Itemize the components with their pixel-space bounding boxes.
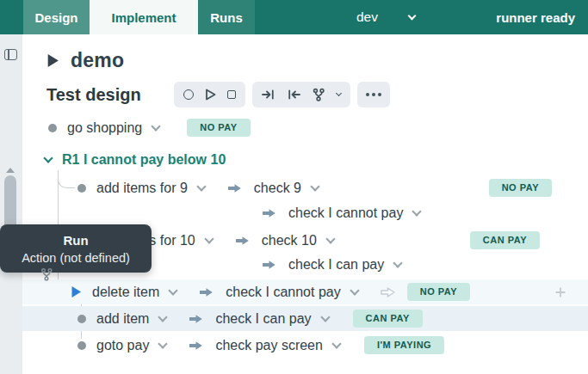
main-tabs: Design Implement Runs — [23, 0, 255, 34]
arrow-right-icon — [227, 183, 242, 193]
chevron-down-icon[interactable] — [169, 285, 178, 295]
action-label[interactable]: add item — [96, 311, 149, 327]
check-label[interactable]: check I can pay — [288, 257, 384, 273]
run-controls — [174, 82, 245, 107]
section-title: Test design — [46, 85, 141, 105]
chevron-down-icon[interactable] — [331, 339, 341, 348]
env-label: dev — [356, 9, 378, 25]
action-label[interactable]: goto pay — [96, 338, 149, 353]
step-row-delete-item[interactable]: delete item check I cannot pay NO PAY — [22, 279, 588, 304]
arrow-right-icon — [199, 287, 214, 297]
action-label[interactable]: delete item — [92, 285, 159, 300]
add-step-icon[interactable] — [555, 287, 566, 297]
status-badge[interactable]: CAN PAY — [470, 231, 540, 249]
check-label[interactable]: check 9 — [254, 181, 301, 196]
action-label[interactable]: go shopping — [67, 120, 142, 136]
left-sidebar — [0, 34, 22, 374]
run-tooltip: Run Action (not defined) — [0, 224, 152, 273]
step-row-go-shopping[interactable]: go shopping NO PAY — [22, 115, 588, 140]
record-circle-icon[interactable] — [183, 89, 194, 100]
step-bullet-icon — [77, 184, 86, 193]
play-icon[interactable] — [46, 53, 59, 68]
status-badge[interactable]: NO PAY — [187, 119, 250, 137]
step-controls — [252, 82, 350, 107]
play-icon[interactable] — [205, 89, 216, 101]
check-label[interactable]: check I can pay — [215, 311, 311, 327]
arrow-right-icon — [189, 340, 203, 351]
check-label[interactable]: check pay screen — [215, 338, 323, 353]
tooltip-title: Run — [63, 233, 88, 248]
group-row-r1[interactable]: R1 I cannot pay below 10 — [22, 147, 588, 172]
chevron-down-icon[interactable] — [204, 234, 214, 243]
step-bullet-icon — [48, 124, 57, 132]
more-menu-button[interactable] — [357, 82, 390, 107]
status-badge[interactable]: CAN PAY — [353, 310, 423, 328]
run-play-icon[interactable] — [71, 285, 82, 298]
arrow-right-icon — [189, 314, 203, 324]
topbar: Design Implement Runs dev runner ready — [0, 0, 588, 34]
step-to-end-icon[interactable] — [262, 89, 275, 101]
branch-icon — [40, 267, 53, 281]
demo-header: demo — [46, 46, 124, 74]
chevron-down-icon[interactable] — [350, 285, 359, 295]
step-to-start-icon[interactable] — [287, 89, 300, 101]
chevron-down-icon[interactable] — [325, 234, 335, 243]
check-label[interactable]: check 10 — [262, 233, 317, 248]
panel-toggle-icon[interactable] — [4, 49, 17, 60]
chevron-down-icon[interactable] — [310, 181, 319, 191]
status-badge[interactable]: I'M PAYING — [364, 336, 444, 354]
env-selector[interactable]: dev — [356, 0, 415, 34]
arrow-right-icon — [262, 260, 276, 270]
design-toolbar: Test design — [46, 80, 390, 109]
arrow-right-outline-icon — [381, 287, 395, 297]
arrow-right-icon — [262, 208, 276, 218]
chevron-down-icon[interactable] — [158, 339, 168, 348]
branch-icon[interactable] — [312, 88, 325, 101]
check-row[interactable]: check I cannot pay — [22, 200, 588, 225]
chevron-down-icon[interactable] — [393, 258, 403, 267]
step-bullet-icon — [77, 341, 86, 350]
check-label[interactable]: check I cannot pay — [226, 285, 340, 300]
page-title: demo — [71, 49, 124, 72]
tab-implement[interactable]: Implement — [90, 0, 198, 34]
runner-status: runner ready — [496, 0, 575, 34]
arrow-right-icon — [235, 236, 250, 246]
tab-design[interactable]: Design — [23, 0, 90, 34]
chevron-down-icon — [408, 11, 417, 20]
step-row-goto-pay[interactable]: goto pay check pay screen I'M PAYING — [22, 333, 588, 358]
check-label[interactable]: check I cannot pay — [288, 205, 403, 221]
tooltip-subtitle: Action (not defined) — [22, 251, 130, 265]
chevron-down-icon[interactable] — [158, 312, 168, 322]
chevron-down-icon[interactable] — [336, 89, 342, 95]
step-bullet-icon — [77, 315, 86, 323]
group-label[interactable]: R1 I cannot pay below 10 — [62, 152, 226, 168]
step-row-add-items-for-9[interactable]: add items for 9 check 9 NO PAY — [22, 175, 588, 200]
app-window: Design Implement Runs dev runner ready d… — [0, 0, 588, 374]
scroll-up-icon[interactable] — [6, 168, 15, 173]
chevron-down-icon[interactable] — [412, 206, 422, 216]
status-badge[interactable]: NO PAY — [489, 179, 552, 197]
chevron-down-icon[interactable] — [43, 153, 53, 162]
chevron-down-icon[interactable] — [152, 121, 161, 131]
tab-runs[interactable]: Runs — [198, 0, 255, 34]
ellipsis-icon — [366, 93, 369, 96]
chevron-down-icon[interactable] — [196, 181, 206, 191]
stop-icon[interactable] — [227, 90, 236, 99]
step-row-add-item[interactable]: add item check I can pay CAN PAY — [22, 306, 588, 331]
action-label[interactable]: add items for 9 — [96, 181, 188, 196]
status-badge[interactable]: NO PAY — [407, 283, 470, 301]
chevron-down-icon[interactable] — [320, 312, 330, 322]
